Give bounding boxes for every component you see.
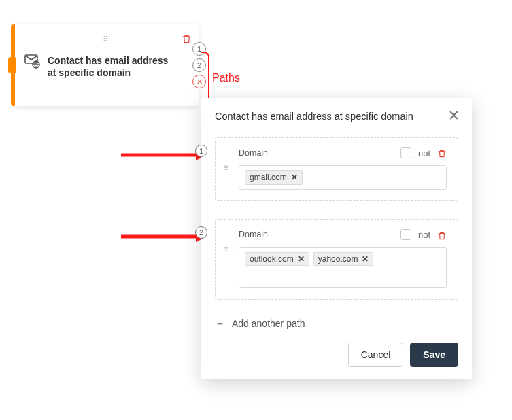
node-left-connector[interactable] [8, 57, 16, 73]
domain-tag-input[interactable]: outlook.com✕ yahoo.com✕ [239, 247, 447, 288]
add-path-button[interactable]: ＋ Add another path [215, 317, 458, 330]
path-number-badge-1: 1 [195, 145, 207, 157]
annotation-arrow-1 [121, 148, 207, 162]
domain-tag[interactable]: outlook.com✕ [245, 252, 309, 266]
domain-tag[interactable]: yahoo.com✕ [313, 252, 374, 266]
node-title: Contact has email address at specific do… [48, 54, 169, 79]
not-checkbox[interactable] [400, 229, 411, 240]
not-label: not [418, 148, 430, 158]
path-number-badge-2: 2 [195, 226, 207, 239]
drag-path-handle-icon[interactable]: ⠿ [224, 167, 230, 170]
not-label: not [418, 230, 430, 240]
remove-tag-icon[interactable]: ✕ [362, 254, 369, 264]
remove-tag-icon[interactable]: ✕ [291, 173, 298, 182]
drag-path-handle-icon[interactable]: ⠿ [224, 248, 230, 251]
path-block-1: 1 ⠿ Domain not gmail.com✕ [215, 137, 458, 201]
annotation-label: Paths [212, 72, 240, 84]
close-panel-button[interactable] [449, 110, 458, 122]
workflow-node[interactable]: ⠿ Contact has email address at specific … [14, 24, 199, 106]
delete-path-button[interactable] [437, 147, 447, 158]
node-body: Contact has email address at specific do… [24, 54, 169, 79]
annotation-bracket [201, 52, 209, 103]
delete-node-button[interactable] [182, 33, 192, 44]
condition-editor-panel: Contact has email address at specific do… [201, 98, 472, 379]
not-checkbox[interactable] [400, 147, 411, 158]
remove-tag-icon[interactable]: ✕ [298, 254, 305, 264]
path-block-2: 2 ⠿ Domain not outlook.com✕ yahoo.com✕ [215, 219, 458, 299]
email-domain-icon [24, 54, 41, 71]
delete-path-button[interactable] [437, 229, 447, 240]
panel-title: Contact has email address at specific do… [215, 111, 413, 122]
cancel-button[interactable]: Cancel [348, 343, 404, 367]
domain-tag[interactable]: gmail.com✕ [245, 170, 303, 185]
domain-field-label: Domain [239, 148, 268, 158]
save-button[interactable]: Save [410, 343, 458, 367]
drag-handle-icon[interactable]: ⠿ [103, 35, 109, 44]
domain-tag-input[interactable]: gmail.com✕ [239, 165, 447, 190]
annotation-arrow-2 [121, 230, 207, 243]
plus-icon: ＋ [215, 317, 225, 330]
add-path-label: Add another path [232, 318, 305, 329]
domain-field-label: Domain [239, 230, 268, 239]
